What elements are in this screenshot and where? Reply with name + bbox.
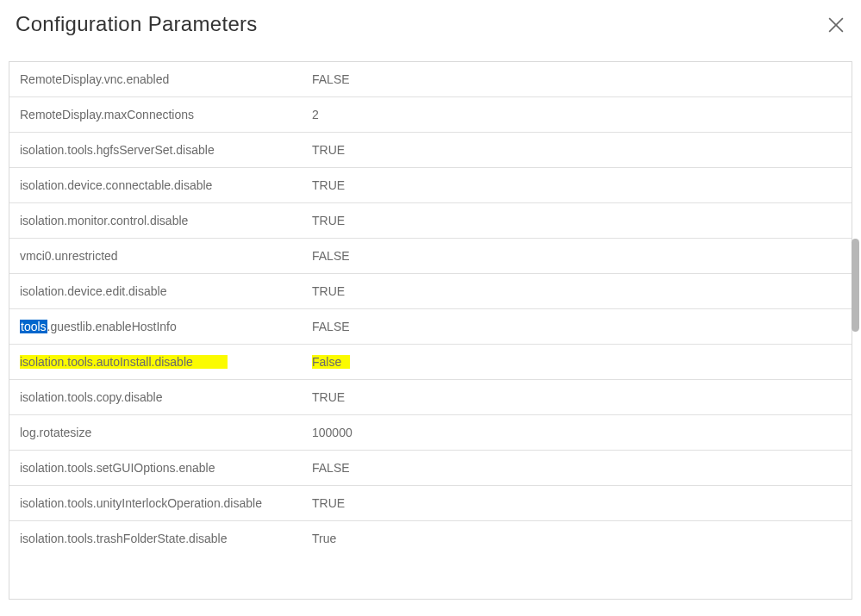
param-value-cell[interactable]: 2 xyxy=(307,97,852,133)
selected-text: tools xyxy=(20,320,47,333)
param-name-cell[interactable]: log.rotatesize xyxy=(9,415,307,451)
param-value-cell[interactable]: FALSE xyxy=(307,451,852,486)
param-value: TRUE xyxy=(312,496,345,510)
param-name: isolation.tools.copy.disable xyxy=(20,390,163,404)
table-row[interactable]: log.rotatesize100000 xyxy=(9,415,852,451)
scrollbar-thumb[interactable] xyxy=(852,239,859,332)
param-name-cell[interactable]: RemoteDisplay.maxConnections xyxy=(9,97,307,133)
param-name: isolation.monitor.control.disable xyxy=(20,214,188,227)
param-value-cell[interactable]: False xyxy=(307,345,852,380)
param-value: TRUE xyxy=(312,214,345,227)
table-row[interactable]: isolation.monitor.control.disableTRUE xyxy=(9,203,852,239)
param-value: 100000 xyxy=(312,426,353,439)
param-name-cell[interactable]: vmci0.unrestricted xyxy=(9,239,307,274)
table-row[interactable]: vmci0.unrestrictedFALSE xyxy=(9,239,852,274)
param-name-cell[interactable]: isolation.device.connectable.disable xyxy=(9,168,307,203)
param-name-cell[interactable]: isolation.tools.trashFolderState.disable xyxy=(9,521,307,557)
param-name-cell[interactable]: isolation.tools.unityInterlockOperation.… xyxy=(9,486,307,521)
param-value: FALSE xyxy=(312,249,350,263)
table-row[interactable]: isolation.tools.setGUIOptions.enableFALS… xyxy=(9,451,852,486)
param-name: RemoteDisplay.maxConnections xyxy=(20,108,194,121)
scrollbar-track[interactable] xyxy=(852,53,859,592)
param-value: 2 xyxy=(312,108,319,121)
table-row[interactable]: isolation.tools.autoInstall.disableFalse xyxy=(9,345,852,380)
param-value: TRUE xyxy=(312,390,345,404)
param-name: isolation.tools.hgfsServerSet.disable xyxy=(20,143,215,157)
param-name: vmci0.unrestricted xyxy=(20,249,118,263)
param-value-cell[interactable]: FALSE xyxy=(307,62,852,97)
table-row[interactable]: RemoteDisplay.vnc.enabledFALSE xyxy=(9,62,852,97)
param-value: FALSE xyxy=(312,72,350,86)
param-name: isolation.tools.setGUIOptions.enable xyxy=(20,461,215,475)
param-value: True xyxy=(312,532,336,545)
param-name: isolation.device.connectable.disable xyxy=(20,178,212,192)
table-row[interactable]: isolation.tools.unityInterlockOperation.… xyxy=(9,486,852,521)
param-name-cell[interactable]: RemoteDisplay.vnc.enabled xyxy=(9,62,307,97)
param-name-cell[interactable]: isolation.device.edit.disable xyxy=(9,274,307,309)
param-name-cell[interactable]: isolation.monitor.control.disable xyxy=(9,203,307,239)
params-table: RemoteDisplay.vnc.enabledFALSERemoteDisp… xyxy=(9,62,852,556)
param-name: isolation.tools.unityInterlockOperation.… xyxy=(20,496,262,510)
table-row[interactable]: isolation.device.edit.disableTRUE xyxy=(9,274,852,309)
param-value: TRUE xyxy=(312,284,345,298)
param-name: isolation.tools.trashFolderState.disable xyxy=(20,532,227,545)
param-name-cell[interactable]: isolation.tools.copy.disable xyxy=(9,380,307,415)
param-value-cell[interactable]: TRUE xyxy=(307,274,852,309)
param-name-cell[interactable]: isolation.tools.setGUIOptions.enable xyxy=(9,451,307,486)
param-value: TRUE xyxy=(312,178,345,192)
params-table-container[interactable]: RemoteDisplay.vnc.enabledFALSERemoteDisp… xyxy=(9,61,852,600)
table-row[interactable]: isolation.tools.trashFolderState.disable… xyxy=(9,521,852,557)
close-button[interactable] xyxy=(825,14,847,39)
param-value-cell[interactable]: FALSE xyxy=(307,309,852,345)
param-value: TRUE xyxy=(312,143,345,157)
param-value-cell[interactable]: TRUE xyxy=(307,133,852,168)
param-value-cell[interactable]: 100000 xyxy=(307,415,852,451)
param-name-cell[interactable]: tools.guestlib.enableHostInfo xyxy=(9,309,307,345)
table-row[interactable]: isolation.tools.copy.disableTRUE xyxy=(9,380,852,415)
param-value-cell[interactable]: FALSE xyxy=(307,239,852,274)
table-row[interactable]: tools.guestlib.enableHostInfoFALSE xyxy=(9,309,852,345)
param-name: RemoteDisplay.vnc.enabled xyxy=(20,72,169,86)
param-name: log.rotatesize xyxy=(20,426,91,439)
param-value-cell[interactable]: TRUE xyxy=(307,380,852,415)
param-value-cell[interactable]: True xyxy=(307,521,852,557)
param-name: isolation.tools.autoInstall.disable xyxy=(20,355,228,369)
dialog-title: Configuration Parameters xyxy=(16,12,258,36)
param-name-cell[interactable]: isolation.tools.hgfsServerSet.disable xyxy=(9,133,307,168)
table-row[interactable]: isolation.tools.hgfsServerSet.disableTRU… xyxy=(9,133,852,168)
param-value-cell[interactable]: TRUE xyxy=(307,168,852,203)
param-value-cell[interactable]: TRUE xyxy=(307,486,852,521)
param-value: FALSE xyxy=(312,461,350,475)
table-row[interactable]: isolation.device.connectable.disableTRUE xyxy=(9,168,852,203)
close-icon xyxy=(828,17,844,35)
param-name-cell[interactable]: isolation.tools.autoInstall.disable xyxy=(9,345,307,380)
param-name: .guestlib.enableHostInfo xyxy=(47,320,177,333)
param-value: FALSE xyxy=(312,320,350,333)
table-row[interactable]: RemoteDisplay.maxConnections2 xyxy=(9,97,852,133)
param-value: False xyxy=(312,355,350,369)
param-value-cell[interactable]: TRUE xyxy=(307,203,852,239)
param-name: isolation.device.edit.disable xyxy=(20,284,166,298)
dialog-header: Configuration Parameters xyxy=(0,0,861,54)
